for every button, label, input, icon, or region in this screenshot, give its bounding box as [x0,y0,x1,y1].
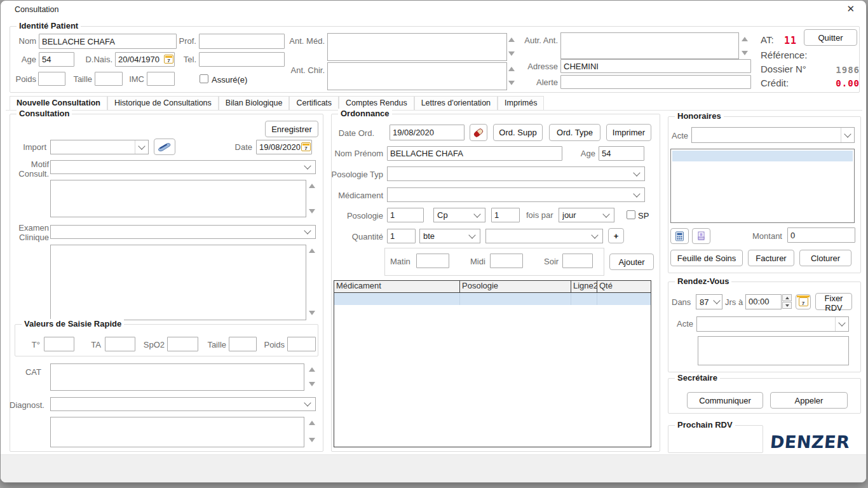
cat-scroll-up-icon[interactable] [309,367,315,372]
quitter-button[interactable]: Quitter [804,29,857,46]
sp-checkbox[interactable] [627,210,635,219]
date-ord-field[interactable] [390,125,465,140]
rdv-calendar-button[interactable]: 7 [796,294,811,309]
tab-bilan-biologique[interactable]: Bilan Biologique [219,96,290,110]
autr-ant-textarea[interactable] [560,32,739,59]
communiquer-button[interactable]: Communiquer [687,392,763,409]
cat-textarea[interactable] [50,363,304,391]
motif-scroll-down-icon[interactable] [309,209,315,214]
import-combo[interactable] [50,140,149,154]
vsr-ta-field[interactable] [105,337,135,351]
prof-field[interactable] [199,34,285,49]
midi-field[interactable] [490,254,523,268]
autr-ant-scroll-down-icon[interactable] [742,51,748,55]
motif-consult-textarea[interactable] [50,180,306,217]
tab-certificats[interactable]: Certificats [289,96,339,110]
rdv-time-down-icon[interactable] [782,302,792,309]
diagnost-textarea[interactable] [50,417,304,447]
ant-chir-scroll-down-icon[interactable] [508,81,515,85]
tab-lettres-orientation[interactable]: Lettres d'orientation [414,96,498,110]
tab-imprimes[interactable]: Imprimés [498,96,544,110]
examen-scroll-up-icon[interactable] [309,248,315,253]
medicament-combo[interactable] [387,187,645,202]
diagnost-combo[interactable] [50,397,316,411]
ant-med-scroll-up-icon[interactable] [508,37,515,42]
ajouter-button[interactable]: Ajouter [609,254,654,270]
diagnost-scroll-down-icon[interactable] [309,438,315,442]
medication-selected-row[interactable] [334,293,651,305]
autr-ant-scroll-up-icon[interactable] [742,37,748,41]
ant-med-scroll-down-icon[interactable] [508,51,515,56]
matin-field[interactable] [416,254,449,268]
plus-button[interactable]: + [608,228,624,243]
tel-field[interactable] [199,52,285,67]
vsr-poids-field[interactable] [287,337,316,351]
vsr-spo2-field[interactable] [167,337,198,351]
cat-scroll-down-icon[interactable] [309,382,315,386]
rdv-time-field[interactable]: 00:00 [745,294,782,309]
quantite-extra-combo[interactable] [485,229,603,243]
motif-scroll-up-icon[interactable] [309,184,315,188]
dnais-calendar-icon[interactable]: 7 [164,55,173,64]
imprimer-button[interactable]: Imprimer [606,124,651,141]
medication-table[interactable]: Médicament Posologie Ligne2 Qté [334,280,651,447]
imc-field[interactable] [147,72,175,86]
posologie-qty1-field[interactable] [387,208,424,222]
rdv-acte-combo[interactable] [696,316,849,332]
rdv-time-spinner[interactable] [782,294,792,309]
feuille-de-soins-button[interactable]: Feuille de Soins [670,250,743,266]
montant-field[interactable] [787,227,855,243]
alerte-field[interactable] [560,75,751,89]
enregistrer-button[interactable]: Enregistrer [265,121,318,137]
fixer-rdv-button[interactable]: Fixer RDV [815,293,852,310]
vsr-taille-field[interactable] [229,337,257,351]
vsr-t-field[interactable] [44,337,74,351]
fois-par-combo[interactable]: jour [559,208,614,222]
date-calendar-icon[interactable]: 7 [301,142,311,151]
soir-field[interactable] [562,254,593,268]
ant-med-textarea[interactable] [327,33,507,61]
honoraires-selected-row[interactable] [672,151,853,161]
posologie-typ-combo[interactable] [387,166,645,181]
taille-field[interactable] [95,72,123,86]
close-icon[interactable]: ✕ [846,3,855,15]
ord-age-field[interactable] [599,146,644,161]
examen-clinique-textarea[interactable] [50,245,306,320]
rdv-dans-combo[interactable]: 87 [696,294,722,309]
posologie-qty2-field[interactable] [491,208,520,222]
examen-clinique-combo[interactable] [50,225,316,239]
ord-supp-button[interactable]: Ord. Supp [493,124,543,141]
appeler-button[interactable]: Appeler [770,392,848,409]
poids-field[interactable] [38,72,65,86]
assure-checkbox[interactable] [200,74,208,83]
age-field[interactable] [39,52,74,67]
tab-historique-consultations[interactable]: Historique de Consultations [107,96,219,110]
motif-consult-combo[interactable] [50,160,316,174]
receipt-button[interactable] [692,228,710,244]
facturer-button[interactable]: Facturer [748,250,794,266]
pill-button[interactable] [470,124,487,141]
quantite-unit-combo[interactable]: bte [419,229,480,243]
import-chevron-down-icon [138,142,145,149]
posologie-unit-combo[interactable]: Cp [433,208,485,222]
scanner-button[interactable] [154,139,175,155]
calculator-button[interactable] [670,228,689,244]
nom-field[interactable] [39,34,177,49]
posologie-typ-label: Posologie Typ [331,170,383,179]
ord-type-button[interactable]: Ord. Type [549,124,600,141]
diagnost-scroll-up-icon[interactable] [309,421,315,425]
honoraires-listbox[interactable] [670,149,855,223]
cloturer-button[interactable]: Cloturer [799,250,851,266]
ant-chir-scroll-up-icon[interactable] [508,67,515,71]
nom-prenom-field[interactable] [387,146,562,161]
quantite-field[interactable] [387,229,416,243]
examen-scroll-down-icon[interactable] [309,311,315,315]
adresse-field[interactable] [560,59,751,73]
rdv-time-up-icon[interactable] [782,294,792,301]
tab-comptes-rendus[interactable]: Comptes Rendus [339,96,414,110]
rdv-note-textarea[interactable] [698,336,849,365]
vsr-taille-label: Taille [204,340,226,349]
honoraires-acte-combo[interactable] [691,127,855,143]
tab-nouvelle-consultation[interactable]: Nouvelle Consultation [10,96,107,110]
ant-chir-textarea[interactable] [327,62,507,90]
